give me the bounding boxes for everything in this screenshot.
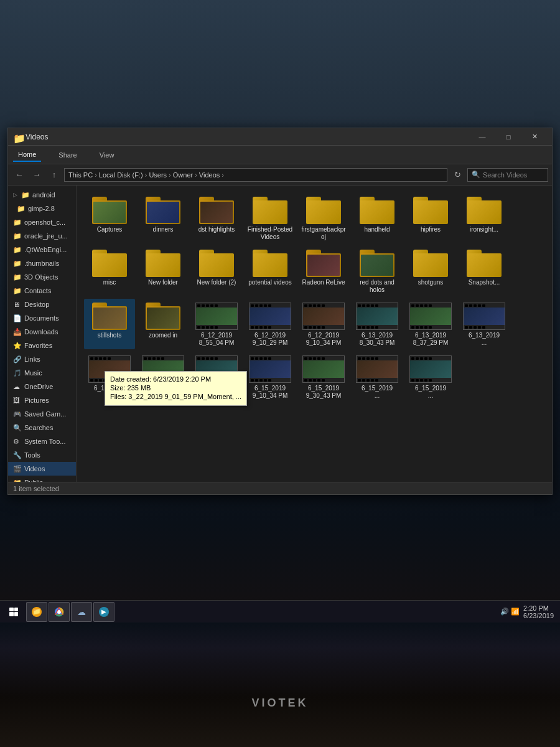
folder-icon-finishedvideos	[253, 197, 287, 224]
path-localdisk: Local Disk (F:)	[99, 171, 143, 179]
sidebar-label: Documents	[24, 314, 59, 322]
sidebar-item-thumbnails[interactable]: 📁 .thumbnails	[8, 256, 76, 270]
video-item-7[interactable]: 6_13_2019...	[84, 352, 135, 402]
folder-snapshot[interactable]: Snapshot...	[459, 246, 510, 296]
sidebar-item-gimp[interactable]: 📁 gimp-2.8	[8, 202, 76, 215]
sidebar-item-openshot[interactable]: 📁 openshot_c...	[8, 215, 76, 229]
video-item-2[interactable]: 6_12_20199_10_29 PM	[245, 299, 296, 349]
folder-finishedvideos[interactable]: Finished-Posted Videos	[245, 193, 296, 243]
sidebar-item-tools[interactable]: 🔧 Tools	[8, 448, 76, 462]
taskbar-app[interactable]: ▶	[93, 602, 114, 622]
sidebar-item-music[interactable]: 🎵 Music	[8, 366, 76, 380]
ribbon-tab-share[interactable]: Share	[54, 149, 82, 161]
sidebar-item-3dobjects[interactable]: 📁 3D Objects	[8, 270, 76, 284]
sidebar-item-android[interactable]: ▷ 📁 android	[8, 188, 76, 202]
video-label: 6_12_20199_10_29 PM	[253, 332, 288, 347]
video-item-8[interactable]: 6_15_2019...	[138, 352, 189, 402]
video-item-9[interactable]: 6_15_2019...	[191, 352, 242, 402]
folder-label: Finished-Posted Videos	[247, 226, 293, 241]
refresh-button[interactable]: ↻	[450, 167, 465, 182]
sidebar-item-pictures[interactable]: 🖼 Pictures	[8, 393, 76, 407]
folder-firstgame[interactable]: firstgamebackproj	[298, 193, 349, 243]
sidebar-item-searches[interactable]: 🔍 Searches	[8, 421, 76, 435]
start-button[interactable]	[2, 601, 25, 623]
up-button[interactable]: ↑	[47, 167, 62, 182]
video-item-12[interactable]: 6_15_2019...	[352, 352, 403, 402]
video-item-6[interactable]: 6_13_2019...	[459, 299, 510, 349]
folder-icon-newfolder2	[199, 250, 234, 277]
sidebar-label: 3D Objects	[24, 273, 58, 281]
sidebar-item-desktop[interactable]: 🖥 Desktop	[8, 298, 76, 311]
sidebar-item-documents[interactable]: 📄 Documents	[8, 311, 76, 325]
folder-label: stillshots	[98, 332, 121, 339]
sidebar-item-links[interactable]: 🔗 Links	[8, 352, 76, 366]
video-item-1[interactable]: 6_12_20198_55_04 PM	[191, 299, 242, 349]
folder-ironsight[interactable]: ironsight...	[459, 193, 510, 243]
sidebar-item-favorites[interactable]: ⭐ Favorites	[8, 339, 76, 352]
sidebar-item-savedgames[interactable]: 🎮 Saved Gam...	[8, 407, 76, 421]
minimize-button[interactable]: —	[470, 128, 495, 146]
video-item-4[interactable]: 6_13_20198_30_43 PM	[352, 299, 403, 349]
folder-icon: 📁	[13, 218, 22, 227]
sidebar-item-contacts[interactable]: 📁 Contacts	[8, 284, 76, 298]
video-item-3[interactable]: 6_12_20199_10_34 PM	[298, 299, 349, 349]
folder-dsthighlights[interactable]: dst highlights	[191, 193, 242, 243]
ribbon-tab-home[interactable]: Home	[13, 148, 41, 162]
folder-icon-ironsight	[467, 197, 502, 224]
sidebar-label: android	[32, 191, 55, 199]
folder-potentialvideos[interactable]: potential videos	[245, 246, 296, 296]
folder-dinners[interactable]: dinners	[138, 193, 189, 243]
sidebar-label: Desktop	[24, 301, 49, 308]
folder-label: Radeon ReLive	[302, 279, 345, 286]
close-button[interactable]: ✕	[522, 128, 547, 146]
video-label: 6_13_20198_37_29 PM	[413, 332, 449, 347]
ribbon-tab-view[interactable]: View	[95, 149, 119, 161]
forward-button[interactable]: →	[29, 167, 44, 182]
sidebar-item-public[interactable]: 📁 Public	[8, 476, 76, 482]
folder-stillshots[interactable]: stillshots	[84, 299, 135, 349]
folder-handheld[interactable]: handheld	[352, 193, 403, 243]
folder-radeon[interactable]: Radeon ReLive	[298, 246, 349, 296]
folder-label: firstgamebackproj	[301, 226, 347, 241]
video-thumbnail	[463, 303, 505, 330]
folder-misc[interactable]: misc	[84, 246, 135, 296]
search-box[interactable]: 🔍 Search Videos	[467, 168, 548, 182]
address-path[interactable]: This PC › Local Disk (F:) › Users › Owne…	[64, 168, 447, 182]
taskbar-fileexplorer[interactable]: 📁	[26, 602, 47, 622]
folder-hipfires[interactable]: hipfires	[405, 193, 456, 243]
sidebar-label: System Too...	[24, 438, 65, 445]
back-button[interactable]: ←	[12, 167, 27, 182]
sidebar-label: Saved Gam...	[24, 410, 66, 418]
video-thumbnail	[249, 303, 291, 330]
folder-shotguns[interactable]: shotguns	[405, 246, 456, 296]
sidebar-label: .QtWebEngi...	[24, 246, 67, 253]
folder-zoomedin[interactable]: zoomed in	[138, 299, 189, 349]
sidebar-item-onedrive[interactable]: ☁ OneDrive	[8, 380, 76, 393]
taskbar-chrome[interactable]	[49, 602, 70, 622]
sidebar-item-systemtools[interactable]: ⚙ System Too...	[8, 435, 76, 448]
video-label: 6_13_2019...	[469, 332, 500, 347]
folder-label: hipfires	[421, 226, 441, 233]
folder-reddots[interactable]: red dots and holos	[352, 246, 403, 296]
sidebar-item-downloads[interactable]: 📥 Downloads	[8, 325, 76, 339]
video-item-11[interactable]: 6_15_20199_30_43 PM	[298, 352, 349, 402]
video-item-5[interactable]: 6_13_20198_37_29 PM	[405, 299, 456, 349]
folder-icon-potentialvideos	[253, 250, 287, 277]
path-owner: Owner	[173, 171, 193, 179]
system-time: 2:20 PM6/23/2019	[523, 604, 554, 619]
video-item-13[interactable]: 6_15_2019...	[405, 352, 456, 402]
taskbar-cloud[interactable]: ☁	[71, 602, 92, 622]
folder-icon-radeon	[306, 250, 341, 277]
sidebar-item-videos[interactable]: 🎬 Videos	[8, 462, 76, 476]
folder-captures[interactable]: Captures	[84, 193, 135, 243]
sidebar-item-oracle[interactable]: 📁 oracle_jre_u...	[8, 229, 76, 243]
folder-icon-newfolder	[146, 250, 180, 277]
maximize-button[interactable]: □	[496, 128, 521, 146]
folder-newfolder2[interactable]: New folder (2)	[191, 246, 242, 296]
video-item-10[interactable]: 6_15_20199_10_34 PM	[245, 352, 296, 402]
sidebar-item-qt[interactable]: 📁 .QtWebEngi...	[8, 243, 76, 256]
folder-newfolder[interactable]: New folder	[138, 246, 189, 296]
sidebar-label: Contacts	[24, 287, 51, 294]
tools-icon: 🔧	[13, 451, 22, 459]
video-label: 6_15_2019...	[201, 385, 232, 400]
